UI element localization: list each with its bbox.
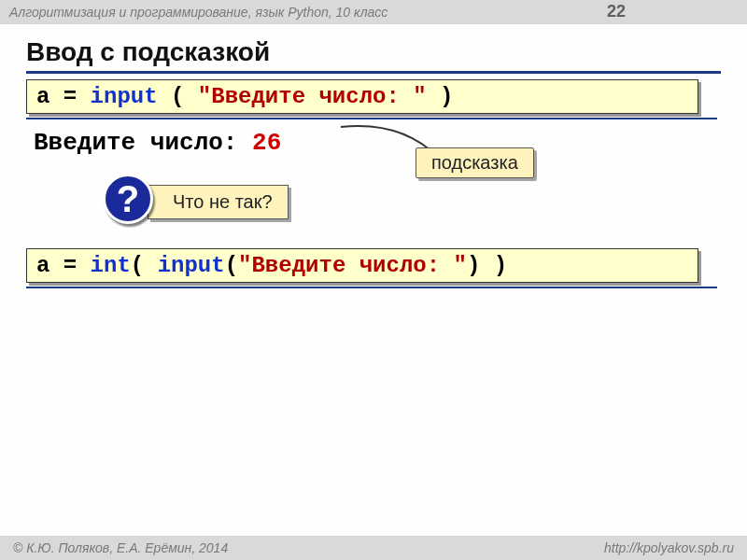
code-keyword: input [158, 253, 225, 278]
page-number: 22 [607, 2, 626, 21]
code-text: a = [36, 253, 91, 278]
question-callout: Что не так? ? [103, 175, 721, 231]
footer-bar: © К.Ю. Поляков, Е.А. Ерёмин, 2014 http:/… [0, 536, 747, 560]
question-mark-icon: ? [103, 174, 153, 224]
code-text: ) [427, 84, 454, 109]
console-value: 26 [252, 129, 281, 157]
console-prompt: Введите число: [34, 129, 252, 157]
page-title: Ввод с подсказкой [26, 37, 721, 67]
code-keyword: input [91, 84, 158, 109]
code-string: "Введите число: " [198, 84, 427, 109]
code-text: ) ) [467, 253, 507, 278]
hint-label: подсказка [416, 147, 534, 178]
course-title: Алгоритмизация и программирование, язык … [9, 5, 388, 20]
code-text: ( [158, 84, 198, 109]
code-text: a = [36, 84, 91, 109]
code-text: ( [225, 253, 238, 278]
code-block-1: a = input ( "Введите число: " ) [26, 79, 698, 114]
code-keyword: int [91, 253, 131, 278]
code-text: ( [131, 253, 158, 278]
code-divider [26, 118, 717, 119]
header-bar: Алгоритмизация и программирование, язык … [0, 0, 747, 24]
slide-content: Ввод с подсказкой a = input ( "Введите ч… [0, 24, 747, 288]
code-block-2: a = int( input("Введите число: ") ) [26, 248, 698, 283]
code-string: "Введите число: " [238, 253, 467, 278]
question-text: Что не так? [148, 185, 289, 219]
title-divider [26, 71, 721, 74]
footer-authors: © К.Ю. Поляков, Е.А. Ерёмин, 2014 [13, 540, 228, 555]
code-divider [26, 287, 717, 288]
console-output: Введите число: 26 [34, 129, 721, 157]
footer-site: http://kpolyakov.spb.ru [604, 540, 734, 555]
